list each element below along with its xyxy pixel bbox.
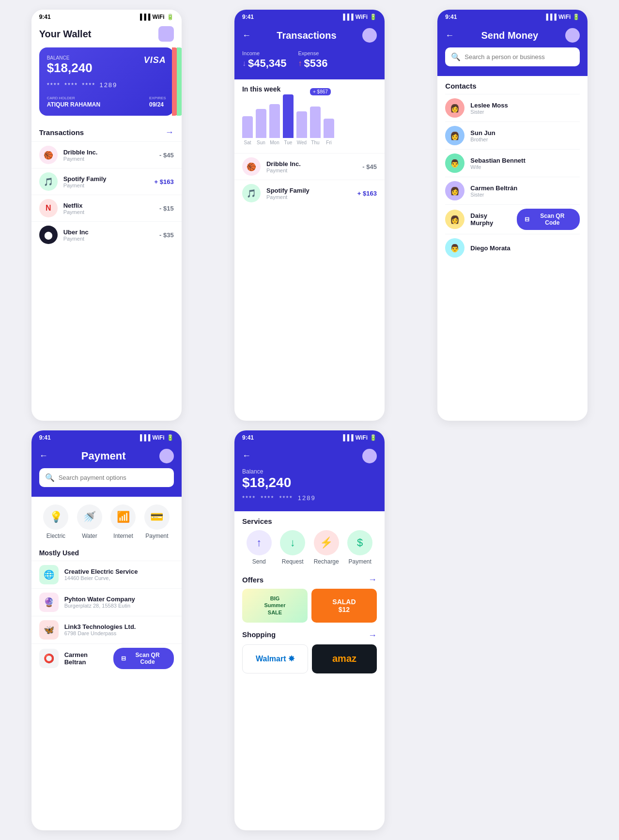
tx-spotify-page[interactable]: 🎵 Spotify Family Payment + $163 (234, 180, 385, 206)
expense-value-row: ↑ $536 (298, 57, 328, 70)
contact-info-daisy: Daisy Murphy (470, 212, 511, 227)
chart-tooltip: + $867 (310, 88, 331, 95)
battery-icon-services: 🔋 (370, 434, 377, 441)
transactions-page-title: Transactions (277, 30, 336, 41)
income-expense-row: Income ↓ $45,345 Expense ↑ $536 (242, 48, 377, 70)
send-money-search-bar[interactable]: 🔍 (445, 47, 580, 66)
wifi-icon-send: WiFi (558, 14, 571, 20)
avatar-sebastian: 👨 (445, 153, 464, 173)
service-payment-icon[interactable]: 💳 Payment (144, 504, 170, 539)
expense-label: Expense (298, 50, 319, 56)
chart-section: In this week + $867 Sat Sun Mon Tue (234, 79, 385, 153)
back-arrow-payment[interactable]: ← (39, 451, 48, 461)
shopping-arrow[interactable]: → (368, 630, 377, 641)
offer-salad-text: SALAD$12 (332, 598, 356, 613)
wallet-panel: 9:41 ▐▐▐ WiFi 🔋 Your Wallet Balance $18,… (31, 10, 182, 421)
payment-search-input[interactable] (59, 474, 168, 481)
contact-rel-sunjun: Brother (470, 137, 495, 142)
contact-info-carmen: Carmen Beltrán Sister (470, 184, 517, 198)
service-request[interactable]: ↓ Request (280, 530, 305, 565)
tx-icon-uber: ⬤ (39, 226, 58, 244)
service-internet[interactable]: 📶 Internet (110, 504, 136, 539)
offer-salad[interactable]: SALAD$12 (311, 589, 377, 623)
back-arrow-transactions[interactable]: ← (242, 31, 251, 41)
biz-carmen[interactable]: ⭕ Carmen Beltran ⊟ Scan QR Code (31, 643, 182, 673)
service-send[interactable]: ↑ Send (247, 530, 272, 565)
water-icon-circle: 🚿 (77, 504, 102, 530)
tx-amount-dribble-page: - $45 (362, 163, 377, 170)
bar-thu-fill (310, 107, 321, 138)
bar-sat-fill (242, 116, 253, 138)
offer-summer[interactable]: BIGSummerSALE (242, 589, 308, 623)
contact-sebastian[interactable]: 👨 Sebastian Bennett Wife (445, 149, 580, 177)
back-arrow-services[interactable]: ← (242, 451, 251, 461)
contact-name-sunjun: Sun Jun (470, 129, 495, 137)
service-payment-btn[interactable]: $ Payment (347, 530, 372, 565)
bar-wed: Wed (296, 111, 307, 145)
status-bar-send: 9:41 ▐▐▐ WiFi 🔋 (437, 10, 588, 22)
biz-icon-pyhton: 🔮 (39, 593, 59, 612)
bar-fri-label: Fri (326, 140, 332, 145)
qr-icon-send: ⊟ (525, 216, 529, 223)
tx-icon-spotify: 🎵 (39, 172, 58, 191)
tx-uber-wallet[interactable]: ⬤ Uber Inc Payment - $35 (31, 221, 182, 248)
card-holder-name: ATIQUR RAHAMAN (47, 101, 100, 108)
contact-daisy[interactable]: 👩 Daisy Murphy ⊟ Scan QR Code (445, 204, 580, 234)
tx-info-uber: Uber Inc Payment (63, 229, 154, 242)
amazon-text: amaz (332, 653, 356, 664)
payment-search-bar[interactable]: 🔍 (39, 468, 174, 487)
internet-icon-circle: 📶 (110, 504, 136, 530)
contact-name-sebastian: Sebastian Bennett (470, 157, 525, 164)
scan-qr-btn-send[interactable]: ⊟ Scan QR Code (517, 209, 580, 230)
payment-title: Payment (81, 450, 126, 462)
offers-arrow[interactable]: → (368, 575, 377, 585)
back-arrow-send[interactable]: ← (445, 31, 454, 41)
tx-netflix-wallet[interactable]: N Netflix Payment - $15 (31, 195, 182, 221)
card-digit-2: **** (64, 81, 78, 89)
income-label: Income (242, 50, 260, 56)
tx-dribble-wallet[interactable]: 🏀 Dribble Inc. Payment - $45 (31, 141, 182, 168)
transactions-arrow[interactable]: → (165, 127, 174, 137)
bar-mon-label: Mon (270, 140, 279, 145)
send-service-label: Send (252, 558, 266, 565)
status-icons-wallet: ▐▐▐ WiFi 🔋 (138, 14, 174, 20)
time-services: 9:41 (242, 434, 254, 441)
service-electric[interactable]: 💡 Electric (43, 504, 68, 539)
wifi-icon-payment: WiFi (152, 434, 164, 441)
service-water[interactable]: 🚿 Water (77, 504, 102, 539)
contact-sunjun[interactable]: 👩 Sun Jun Brother (445, 122, 580, 149)
biz-link3[interactable]: 🦋 Link3 Technologies Ltd. 6798 Dare Unde… (31, 616, 182, 643)
biz-creative-electric[interactable]: 🌐 Creative Electric Service 14460 Beier … (31, 561, 182, 588)
tx-dribble-page[interactable]: 🏀 Dribble Inc. Payment - $45 (234, 153, 385, 180)
payment-svc-label: Payment (349, 558, 371, 565)
biz-pyhton-water[interactable]: 🔮 Pyhton Water Company Burgerplatz 28, 1… (31, 588, 182, 616)
bar-thu-label: Thu (311, 140, 319, 145)
signal-icon-payment: ▐▐▐ (138, 434, 151, 441)
card-digit-4: 1289 (99, 81, 117, 89)
send-money-search-input[interactable] (464, 53, 574, 61)
scan-qr-btn-payment[interactable]: ⊟ Scan QR Code (113, 648, 173, 669)
contact-carmen[interactable]: 👩 Carmen Beltrán Sister (445, 177, 580, 204)
transactions-nav: ← Transactions (242, 28, 377, 43)
tx-spotify-wallet[interactable]: 🎵 Spotify Family Payment + $163 (31, 168, 182, 195)
service-recharge[interactable]: ⚡ Recharge (314, 530, 339, 565)
services-balance-label: Balance (242, 468, 377, 475)
signal-icon-services: ▐▐▐ (341, 434, 354, 441)
shop-amazon[interactable]: amaz (312, 644, 377, 673)
tx-info-dribble-page: Dribble Inc. Payment (266, 160, 356, 173)
shop-walmart[interactable]: Walmart ✸ (242, 644, 308, 673)
offers-header: Offers → (242, 575, 377, 585)
biz-name-creative: Creative Electric Service (64, 568, 138, 575)
payment-nav: ← Payment (39, 449, 174, 463)
card-expires-section: EXPIRES 09/24 (149, 92, 166, 108)
electric-icon-circle: 💡 (43, 504, 68, 530)
tx-name-uber: Uber Inc (63, 229, 154, 236)
tx-type-dribble-page: Payment (266, 168, 356, 173)
status-icons-services: ▐▐▐ WiFi 🔋 (341, 434, 377, 441)
payment-icon-label: Payment (145, 533, 168, 539)
tx-icon-spotify-page: 🎵 (242, 184, 261, 202)
credit-card: Balance $18,240 VISA **** **** **** 1289… (39, 47, 174, 116)
contact-diego[interactable]: 👨 Diego Morata (445, 234, 580, 261)
contact-leslee[interactable]: 👩 Leslee Moss Sister (445, 94, 580, 122)
shopping-title: Shopping (242, 630, 276, 641)
